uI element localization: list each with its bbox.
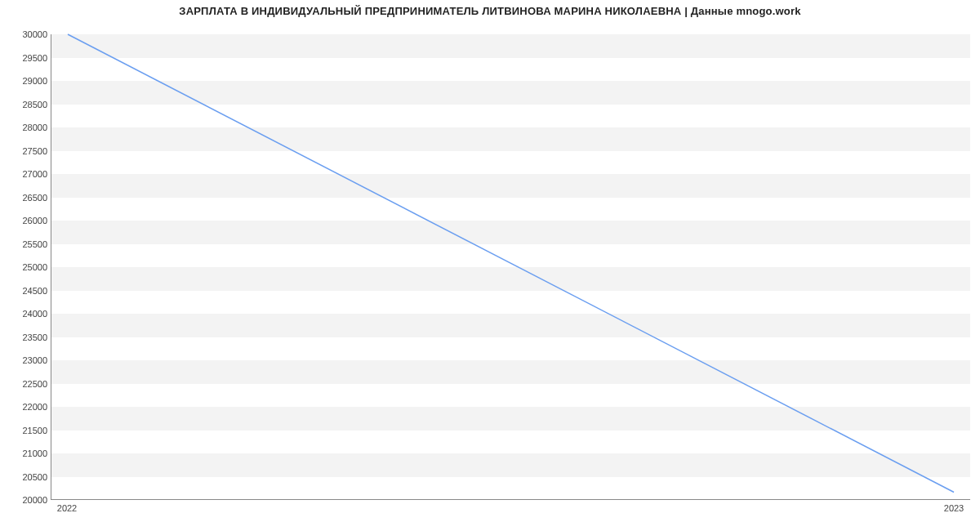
y-tick-label: 29500 [7,53,47,63]
y-tick-label: 28000 [7,123,47,132]
series-line [68,34,954,492]
y-tick-label: 23500 [7,332,47,342]
y-tick-label: 22000 [7,402,47,412]
y-tick-label: 21000 [7,448,47,458]
y-tick-label: 25500 [7,239,47,249]
y-tick-label: 24500 [7,286,47,296]
plot-area [51,34,970,500]
chart-title: ЗАРПЛАТА В ИНДИВИДУАЛЬНЫЙ ПРЕДПРИНИМАТЕЛ… [0,5,980,17]
y-tick-label: 30000 [7,29,47,39]
y-tick-label: 20500 [7,472,47,482]
line-layer [51,34,970,499]
y-tick-label: 27000 [7,169,47,179]
y-tick-label: 23000 [7,355,47,365]
y-tick-label: 26000 [7,216,47,225]
y-tick-label: 22500 [7,379,47,389]
y-tick-label: 25000 [7,262,47,272]
y-tick-label: 26500 [7,193,47,203]
y-tick-label: 24000 [7,309,47,319]
x-tick-label: 2022 [57,503,77,513]
chart-container: ЗАРПЛАТА В ИНДИВИДУАЛЬНЫЙ ПРЕДПРИНИМАТЕЛ… [0,0,980,531]
y-tick-label: 28500 [7,100,47,109]
y-tick-label: 29000 [7,76,47,86]
y-tick-label: 20000 [7,495,47,505]
y-tick-label: 21500 [7,426,47,435]
x-tick-label: 2023 [944,503,964,513]
y-tick-label: 27500 [7,146,47,156]
